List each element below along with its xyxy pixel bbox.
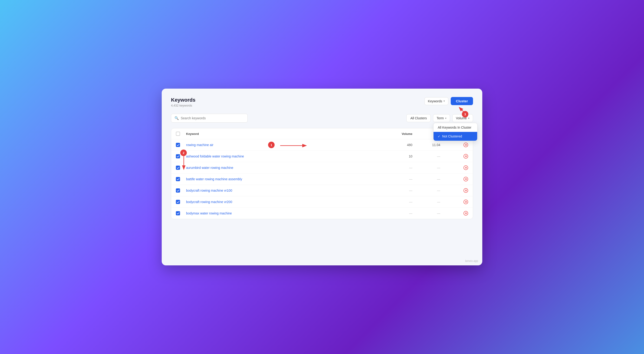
row-checkbox[interactable]: [176, 143, 180, 147]
table-row: bodycraft rowing machine vr100——✕: [171, 185, 473, 196]
volume-cell: —: [384, 166, 412, 169]
chevron-down-icon: ▾: [468, 117, 470, 120]
row-checkbox[interactable]: [176, 165, 180, 170]
col-keyword: Keyword: [186, 132, 384, 136]
table-row: ashwood foldable water rowing machine10—…: [171, 151, 473, 162]
cluster-button[interactable]: Cluster: [451, 97, 473, 105]
keyword-link[interactable]: bodycraft rowing machine vr100: [186, 189, 232, 192]
keywords-table: Keyword Volume CPC In Cluster rowing mac…: [171, 128, 473, 219]
page-title: Keywords: [171, 97, 196, 103]
dropdown-item-not-clustered[interactable]: ✓ Not Clustered: [434, 132, 477, 141]
chevron-down-icon: ▾: [445, 117, 446, 120]
header-right: Keywords ▾ Cluster: [424, 97, 473, 105]
not-in-cluster-icon: ✕: [464, 143, 468, 147]
cpc-cell: —: [412, 154, 440, 158]
keyword-link[interactable]: bodycraft rowing machine vr200: [186, 200, 232, 204]
table-row: battife water rowing machine assembly——✕: [171, 173, 473, 185]
search-input[interactable]: [181, 116, 244, 120]
keyword-link[interactable]: rowing machine air: [186, 143, 214, 147]
table-row: bodymax water rowing machine——✕: [171, 208, 473, 219]
row-checkbox[interactable]: [176, 189, 180, 193]
cpc-cell: —: [412, 189, 440, 192]
in-cluster-cell: ✕: [440, 188, 468, 193]
volume-cell: 10: [384, 154, 412, 158]
row-checkbox[interactable]: [176, 200, 180, 204]
row-checkbox[interactable]: [176, 177, 180, 181]
cpc-cell: 11.04: [412, 143, 440, 147]
in-cluster-cell: ✕: [440, 211, 468, 216]
table-row: rowing machine air48011.04✕: [171, 139, 473, 151]
volume-cell: —: [384, 189, 412, 192]
volume-cell: —: [384, 177, 412, 181]
annotation-3: 3: [462, 111, 468, 117]
not-in-cluster-icon: ✕: [464, 211, 468, 216]
row-checkbox[interactable]: [176, 154, 180, 158]
cpc-cell: —: [412, 211, 440, 215]
cpc-cell: —: [412, 166, 440, 169]
table-header: Keyword Volume CPC In Cluster: [171, 128, 473, 139]
toolbar: 🔍 All Clusters Term ▾ All Keywords In Cl…: [171, 114, 473, 123]
keyword-link[interactable]: aurumbird water rowing machine: [186, 166, 233, 169]
row-checkbox[interactable]: [176, 211, 180, 215]
col-volume: Volume: [384, 132, 412, 136]
all-clusters-button[interactable]: All Clusters: [406, 114, 431, 122]
main-container: Keywords 4,432 keywords Keywords ▾ Clust…: [162, 89, 482, 265]
in-cluster-cell: ✕: [440, 143, 468, 147]
volume-cell: —: [384, 200, 412, 204]
search-box: 🔍: [171, 114, 248, 123]
keywords-dropdown-button[interactable]: Keywords ▾: [424, 97, 448, 105]
dropdown-item-all-keywords[interactable]: All Keywords In Cluster: [434, 123, 477, 132]
keyword-link[interactable]: battife water rowing machine assembly: [186, 177, 242, 181]
chevron-down-icon: ▾: [444, 100, 445, 103]
in-cluster-cell: ✕: [440, 154, 468, 159]
in-cluster-cell: ✕: [440, 165, 468, 170]
volume-cell: —: [384, 211, 412, 215]
not-in-cluster-icon: ✕: [464, 177, 468, 182]
not-in-cluster-icon: ✕: [464, 188, 468, 193]
keyword-link[interactable]: ashwood foldable water rowing machine: [186, 154, 244, 158]
header: Keywords 4,432 keywords Keywords ▾ Clust…: [171, 97, 473, 107]
not-in-cluster-icon: ✕: [464, 200, 468, 204]
keyword-link[interactable]: bodymax water rowing machine: [186, 211, 232, 215]
select-all-checkbox[interactable]: [176, 132, 180, 136]
cpc-cell: —: [412, 200, 440, 204]
watermark: larseo.app: [465, 259, 478, 263]
in-cluster-cell: ✕: [440, 200, 468, 204]
table-body: rowing machine air48011.04✕ ashwood fold…: [171, 139, 473, 219]
volume-cell: 480: [384, 143, 412, 147]
search-icon: 🔍: [174, 116, 179, 120]
table-row: bodycraft rowing machine vr200——✕: [171, 196, 473, 208]
term-label: Term: [436, 116, 444, 120]
not-in-cluster-icon: ✕: [464, 165, 468, 170]
table-row: aurumbird water rowing machine——✕: [171, 162, 473, 173]
term-dropdown[interactable]: Term ▾ All Keywords In Cluster ✓ Not Clu…: [433, 114, 450, 122]
in-cluster-cell: ✕: [440, 177, 468, 182]
annotation-1: 1: [268, 142, 274, 148]
header-left: Keywords 4,432 keywords: [171, 97, 196, 107]
annotation-2: 2: [180, 149, 187, 156]
keywords-count: 4,432 keywords: [171, 104, 196, 107]
cluster-filter-dropdown: All Keywords In Cluster ✓ Not Clustered: [433, 123, 478, 141]
cpc-cell: —: [412, 177, 440, 181]
not-in-cluster-icon: ✕: [464, 154, 468, 159]
